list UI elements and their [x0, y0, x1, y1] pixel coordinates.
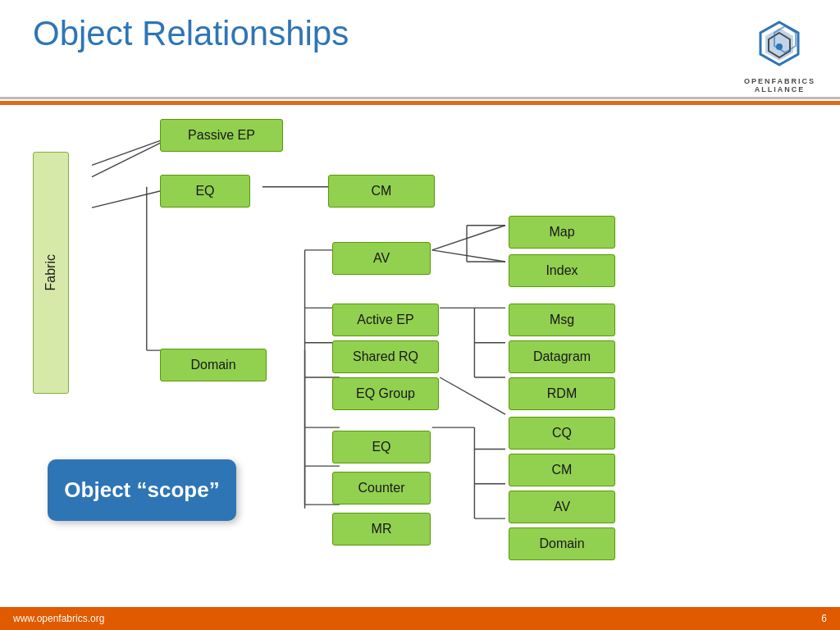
svg-line-21: [432, 250, 505, 262]
page-title: Object Relationships: [33, 15, 349, 52]
cm-right-box: CM: [509, 454, 615, 486]
rdm-box: RDM: [509, 377, 615, 410]
msg-box: Msg: [509, 304, 615, 336]
decorative-lines: [0, 97, 840, 105]
svg-point-4: [776, 43, 783, 50]
diagram-area: Fabric Passive EP EQ CM Domain AV Active…: [33, 119, 824, 597]
av-right-box: AV: [509, 491, 615, 523]
footer-url: www.openfabrics.org: [13, 613, 104, 624]
footer-page: 6: [821, 613, 827, 624]
svg-line-30: [440, 377, 505, 414]
index-box: Index: [509, 254, 615, 287]
datagram-box: Datagram: [509, 340, 615, 373]
cm-top-box: CM: [328, 175, 435, 208]
scope-box: Object “scope”: [48, 459, 236, 521]
counter-box: Counter: [332, 472, 431, 504]
logo-area: OPENFABRICS ALLIANCE: [744, 18, 815, 94]
scope-label: Object “scope”: [64, 477, 219, 503]
cq-box: CQ: [509, 417, 615, 450]
shared-rq-box: Shared RQ: [332, 340, 439, 373]
domain-box: Domain: [160, 349, 267, 381]
logo-text: OPENFABRICS ALLIANCE: [744, 77, 815, 94]
domain-right-box: Domain: [509, 527, 615, 560]
eq-group-box: EQ Group: [332, 377, 439, 410]
footer: www.openfabrics.org 6: [0, 607, 840, 630]
fabric-box: Fabric: [33, 152, 69, 394]
svg-line-20: [432, 226, 505, 250]
eq-top-box: EQ: [160, 175, 250, 208]
av-box: AV: [332, 242, 431, 275]
eq-domain-box: EQ: [332, 431, 431, 463]
map-box: Map: [509, 216, 615, 249]
passive-ep-box: Passive EP: [160, 119, 283, 152]
header: Object Relationships OPENFABRICS ALLIANC…: [0, 0, 840, 94]
active-ep-box: Active EP: [332, 304, 439, 336]
mr-box: MR: [332, 513, 431, 546]
openfabrics-logo: [751, 18, 808, 75]
fabric-label: Fabric: [43, 254, 58, 290]
